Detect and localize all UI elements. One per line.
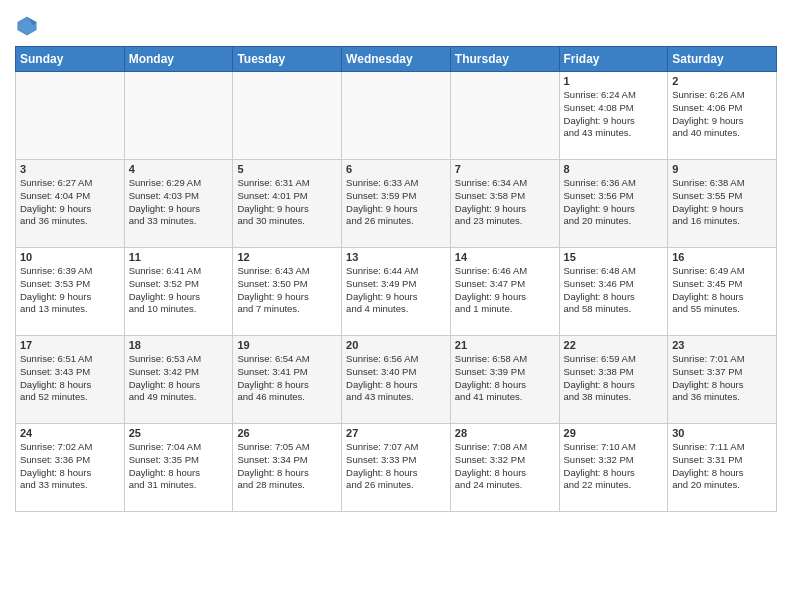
weekday-header-sunday: Sunday [16, 47, 125, 72]
calendar-cell [450, 72, 559, 160]
calendar-cell: 13Sunrise: 6:44 AM Sunset: 3:49 PM Dayli… [342, 248, 451, 336]
day-info: Sunrise: 7:10 AM Sunset: 3:32 PM Dayligh… [564, 441, 664, 492]
day-info: Sunrise: 6:43 AM Sunset: 3:50 PM Dayligh… [237, 265, 337, 316]
day-number: 11 [129, 251, 229, 263]
day-number: 25 [129, 427, 229, 439]
day-info: Sunrise: 6:24 AM Sunset: 4:08 PM Dayligh… [564, 89, 664, 140]
day-info: Sunrise: 7:01 AM Sunset: 3:37 PM Dayligh… [672, 353, 772, 404]
calendar-table: SundayMondayTuesdayWednesdayThursdayFrid… [15, 46, 777, 512]
day-number: 13 [346, 251, 446, 263]
day-number: 15 [564, 251, 664, 263]
day-number: 20 [346, 339, 446, 351]
calendar-cell [342, 72, 451, 160]
day-info: Sunrise: 6:27 AM Sunset: 4:04 PM Dayligh… [20, 177, 120, 228]
day-number: 22 [564, 339, 664, 351]
calendar-cell: 10Sunrise: 6:39 AM Sunset: 3:53 PM Dayli… [16, 248, 125, 336]
day-number: 3 [20, 163, 120, 175]
calendar-week-2: 3Sunrise: 6:27 AM Sunset: 4:04 PM Daylig… [16, 160, 777, 248]
calendar-cell: 29Sunrise: 7:10 AM Sunset: 3:32 PM Dayli… [559, 424, 668, 512]
day-info: Sunrise: 6:41 AM Sunset: 3:52 PM Dayligh… [129, 265, 229, 316]
day-number: 17 [20, 339, 120, 351]
day-info: Sunrise: 6:33 AM Sunset: 3:59 PM Dayligh… [346, 177, 446, 228]
day-info: Sunrise: 6:44 AM Sunset: 3:49 PM Dayligh… [346, 265, 446, 316]
day-info: Sunrise: 6:46 AM Sunset: 3:47 PM Dayligh… [455, 265, 555, 316]
calendar-cell: 6Sunrise: 6:33 AM Sunset: 3:59 PM Daylig… [342, 160, 451, 248]
logo-icon [15, 14, 39, 38]
day-info: Sunrise: 7:05 AM Sunset: 3:34 PM Dayligh… [237, 441, 337, 492]
day-info: Sunrise: 6:26 AM Sunset: 4:06 PM Dayligh… [672, 89, 772, 140]
calendar-cell: 15Sunrise: 6:48 AM Sunset: 3:46 PM Dayli… [559, 248, 668, 336]
calendar-cell: 27Sunrise: 7:07 AM Sunset: 3:33 PM Dayli… [342, 424, 451, 512]
weekday-header-friday: Friday [559, 47, 668, 72]
day-info: Sunrise: 6:29 AM Sunset: 4:03 PM Dayligh… [129, 177, 229, 228]
calendar-cell: 28Sunrise: 7:08 AM Sunset: 3:32 PM Dayli… [450, 424, 559, 512]
day-number: 2 [672, 75, 772, 87]
calendar-cell: 22Sunrise: 6:59 AM Sunset: 3:38 PM Dayli… [559, 336, 668, 424]
calendar-cell: 23Sunrise: 7:01 AM Sunset: 3:37 PM Dayli… [668, 336, 777, 424]
day-info: Sunrise: 6:31 AM Sunset: 4:01 PM Dayligh… [237, 177, 337, 228]
day-number: 28 [455, 427, 555, 439]
day-info: Sunrise: 6:56 AM Sunset: 3:40 PM Dayligh… [346, 353, 446, 404]
day-info: Sunrise: 6:48 AM Sunset: 3:46 PM Dayligh… [564, 265, 664, 316]
weekday-header-saturday: Saturday [668, 47, 777, 72]
calendar-cell: 26Sunrise: 7:05 AM Sunset: 3:34 PM Dayli… [233, 424, 342, 512]
calendar-week-4: 17Sunrise: 6:51 AM Sunset: 3:43 PM Dayli… [16, 336, 777, 424]
day-info: Sunrise: 7:07 AM Sunset: 3:33 PM Dayligh… [346, 441, 446, 492]
weekday-header-row: SundayMondayTuesdayWednesdayThursdayFrid… [16, 47, 777, 72]
day-info: Sunrise: 6:39 AM Sunset: 3:53 PM Dayligh… [20, 265, 120, 316]
day-number: 23 [672, 339, 772, 351]
weekday-header-tuesday: Tuesday [233, 47, 342, 72]
day-number: 5 [237, 163, 337, 175]
calendar-cell: 20Sunrise: 6:56 AM Sunset: 3:40 PM Dayli… [342, 336, 451, 424]
header [15, 10, 777, 38]
weekday-header-monday: Monday [124, 47, 233, 72]
calendar-cell: 5Sunrise: 6:31 AM Sunset: 4:01 PM Daylig… [233, 160, 342, 248]
calendar-cell: 25Sunrise: 7:04 AM Sunset: 3:35 PM Dayli… [124, 424, 233, 512]
day-info: Sunrise: 6:34 AM Sunset: 3:58 PM Dayligh… [455, 177, 555, 228]
day-info: Sunrise: 7:02 AM Sunset: 3:36 PM Dayligh… [20, 441, 120, 492]
page: SundayMondayTuesdayWednesdayThursdayFrid… [0, 0, 792, 522]
day-number: 4 [129, 163, 229, 175]
calendar-cell: 1Sunrise: 6:24 AM Sunset: 4:08 PM Daylig… [559, 72, 668, 160]
calendar-cell [233, 72, 342, 160]
day-info: Sunrise: 6:54 AM Sunset: 3:41 PM Dayligh… [237, 353, 337, 404]
day-number: 29 [564, 427, 664, 439]
calendar-cell: 24Sunrise: 7:02 AM Sunset: 3:36 PM Dayli… [16, 424, 125, 512]
calendar-cell: 30Sunrise: 7:11 AM Sunset: 3:31 PM Dayli… [668, 424, 777, 512]
weekday-header-wednesday: Wednesday [342, 47, 451, 72]
day-number: 21 [455, 339, 555, 351]
weekday-header-thursday: Thursday [450, 47, 559, 72]
calendar-cell: 12Sunrise: 6:43 AM Sunset: 3:50 PM Dayli… [233, 248, 342, 336]
calendar-cell: 21Sunrise: 6:58 AM Sunset: 3:39 PM Dayli… [450, 336, 559, 424]
day-info: Sunrise: 6:36 AM Sunset: 3:56 PM Dayligh… [564, 177, 664, 228]
day-number: 24 [20, 427, 120, 439]
day-info: Sunrise: 6:53 AM Sunset: 3:42 PM Dayligh… [129, 353, 229, 404]
day-number: 10 [20, 251, 120, 263]
calendar-cell: 4Sunrise: 6:29 AM Sunset: 4:03 PM Daylig… [124, 160, 233, 248]
calendar-cell: 8Sunrise: 6:36 AM Sunset: 3:56 PM Daylig… [559, 160, 668, 248]
day-number: 8 [564, 163, 664, 175]
calendar-cell: 9Sunrise: 6:38 AM Sunset: 3:55 PM Daylig… [668, 160, 777, 248]
day-info: Sunrise: 6:51 AM Sunset: 3:43 PM Dayligh… [20, 353, 120, 404]
calendar-cell: 19Sunrise: 6:54 AM Sunset: 3:41 PM Dayli… [233, 336, 342, 424]
calendar-cell: 3Sunrise: 6:27 AM Sunset: 4:04 PM Daylig… [16, 160, 125, 248]
day-number: 12 [237, 251, 337, 263]
day-info: Sunrise: 7:04 AM Sunset: 3:35 PM Dayligh… [129, 441, 229, 492]
day-info: Sunrise: 7:08 AM Sunset: 3:32 PM Dayligh… [455, 441, 555, 492]
day-number: 26 [237, 427, 337, 439]
day-info: Sunrise: 6:38 AM Sunset: 3:55 PM Dayligh… [672, 177, 772, 228]
calendar-cell: 14Sunrise: 6:46 AM Sunset: 3:47 PM Dayli… [450, 248, 559, 336]
logo [15, 14, 43, 38]
day-number: 14 [455, 251, 555, 263]
calendar-week-5: 24Sunrise: 7:02 AM Sunset: 3:36 PM Dayli… [16, 424, 777, 512]
calendar-week-3: 10Sunrise: 6:39 AM Sunset: 3:53 PM Dayli… [16, 248, 777, 336]
calendar-cell: 16Sunrise: 6:49 AM Sunset: 3:45 PM Dayli… [668, 248, 777, 336]
day-number: 19 [237, 339, 337, 351]
day-info: Sunrise: 7:11 AM Sunset: 3:31 PM Dayligh… [672, 441, 772, 492]
day-number: 6 [346, 163, 446, 175]
calendar-cell: 17Sunrise: 6:51 AM Sunset: 3:43 PM Dayli… [16, 336, 125, 424]
day-info: Sunrise: 6:49 AM Sunset: 3:45 PM Dayligh… [672, 265, 772, 316]
day-number: 9 [672, 163, 772, 175]
calendar-cell: 7Sunrise: 6:34 AM Sunset: 3:58 PM Daylig… [450, 160, 559, 248]
day-number: 16 [672, 251, 772, 263]
